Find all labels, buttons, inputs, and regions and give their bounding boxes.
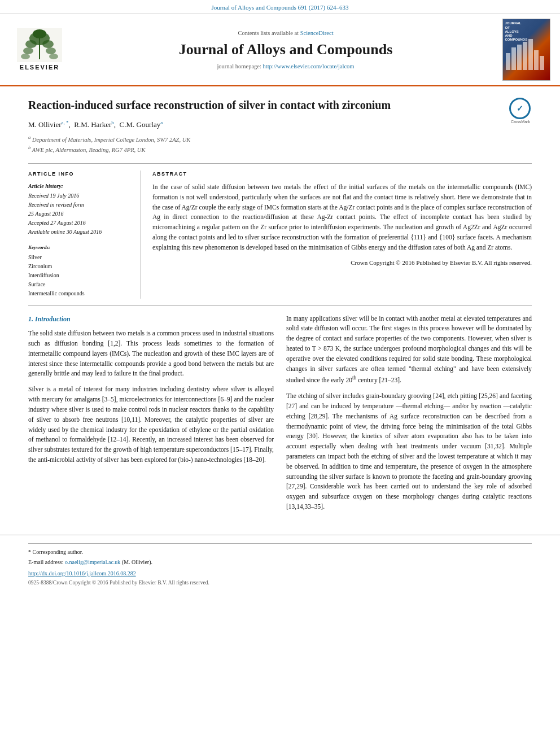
- keywords-section: Keywords: Silver Zirconium Interdiffusio…: [28, 244, 132, 298]
- affiliations: a Department of Materials, Imperial Coll…: [28, 134, 532, 155]
- received-revised-label: Received in revised form: [28, 201, 132, 209]
- header-logo-right: JOURNALOFALLOYSANDCOMPOUNDS: [498, 19, 554, 81]
- corresponding-author-note: * Corresponding author.: [28, 548, 532, 556]
- svg-rect-13: [517, 45, 522, 70]
- footer-issn: 0925-8388/Crown Copyright © 2016 Publish…: [28, 579, 532, 587]
- homepage-link[interactable]: http://www.elsevier.com/locate/jalcom: [263, 63, 355, 69]
- accepted-date: Accepted 27 August 2016: [28, 219, 132, 227]
- svg-point-7: [46, 47, 56, 54]
- journal-citation: Journal of Alloys and Compounds 691 (201…: [212, 4, 349, 11]
- header-section: ELSEVIER Contents lists available at Sci…: [0, 14, 560, 86]
- svg-rect-16: [534, 50, 539, 70]
- svg-point-3: [33, 29, 46, 38]
- elsevier-logo: ELSEVIER: [6, 28, 73, 72]
- intro-heading: 1. Introduction: [28, 314, 274, 325]
- elsevier-text: ELSEVIER: [20, 63, 59, 72]
- keyword-3: Interdiffusion: [28, 272, 132, 279]
- top-journal-bar: Journal of Alloys and Compounds 691 (201…: [0, 0, 560, 14]
- author-1-sup: a, *: [62, 120, 69, 125]
- author-email[interactable]: o.naelig@imperial.ac.uk: [65, 559, 120, 565]
- svg-rect-15: [528, 39, 533, 70]
- abstract-heading: ABSTRACT: [152, 171, 532, 178]
- intro-para-2: Silver is a metal of interest for many i…: [28, 385, 274, 465]
- svg-rect-12: [511, 47, 516, 70]
- svg-point-8: [21, 54, 30, 59]
- abstract-column: ABSTRACT In the case of solid state diff…: [152, 171, 532, 298]
- body-left-column: 1. Introduction The solid state diffusio…: [28, 314, 274, 518]
- body-right-column: In many applications silver will be in c…: [286, 314, 532, 518]
- section-divider: [28, 305, 532, 306]
- email-note: E-mail address: o.naelig@imperial.ac.uk …: [28, 558, 532, 566]
- svg-point-6: [23, 47, 33, 54]
- article-content: ✓ CrossMark Reaction-induced surface rec…: [0, 86, 560, 528]
- article-info-column: ARTICLE INFO Article history: Received 1…: [28, 171, 141, 298]
- authors-line: M. Olliviera, *, R.M. Harkerb, C.M. Gour…: [28, 119, 532, 130]
- sciencedirect-link[interactable]: ScienceDirect: [300, 30, 334, 36]
- journal-homepage: journal homepage: http://www.elsevier.co…: [73, 63, 498, 71]
- received-date: Received 19 July 2016: [28, 192, 132, 200]
- intro-para-3: In many applications silver will be in c…: [286, 314, 532, 386]
- author-3-sup: a: [160, 120, 163, 125]
- svg-point-9: [49, 54, 58, 59]
- elsevier-tree-icon: [17, 28, 62, 62]
- svg-point-4: [25, 40, 37, 48]
- keyword-1: Silver: [28, 254, 132, 261]
- svg-rect-14: [523, 42, 527, 70]
- available-online: Available online 30 August 2016: [28, 228, 132, 236]
- contents-list: Contents lists available at ScienceDirec…: [73, 29, 498, 38]
- received-revised-date: 25 August 2016: [28, 210, 132, 218]
- keyword-5: Intermetallic compounds: [28, 290, 132, 298]
- svg-point-5: [42, 40, 54, 48]
- journal-cover-text: JOURNALOFALLOYSANDCOMPOUNDS: [505, 21, 528, 42]
- article-history-label: Article history:: [28, 182, 132, 190]
- header-logo-left: ELSEVIER: [6, 28, 73, 72]
- intro-para-1: The solid state diffusion between two me…: [28, 329, 274, 379]
- copyright-line: Crown Copyright © 2016 Published by Else…: [152, 259, 532, 267]
- header-center: Contents lists available at ScienceDirec…: [73, 29, 498, 71]
- crossmark-badge: ✓ CrossMark: [509, 98, 532, 120]
- keywords-label: Keywords:: [28, 244, 132, 251]
- svg-rect-17: [540, 56, 544, 70]
- journal-title-main: Journal of Alloys and Compounds: [73, 40, 498, 60]
- page-wrapper: Journal of Alloys and Compounds 691 (201…: [0, 0, 560, 592]
- author-2-sup: b: [111, 120, 114, 125]
- author-2: R.M. Harker: [74, 121, 111, 129]
- article-info-heading: ARTICLE INFO: [28, 171, 132, 178]
- crossmark-icon: ✓: [509, 98, 531, 119]
- email-person: (M. Ollivier).: [122, 559, 152, 565]
- keyword-2: Zirconium: [28, 263, 132, 270]
- svg-rect-11: [506, 53, 510, 70]
- affiliation-b: b AWE plc, Aldermaston, Reading, RG7 4PR…: [28, 144, 532, 154]
- article-title: Reaction-induced surface reconstruction …: [28, 98, 423, 112]
- intro-para-4: The etching of silver includes grain-bou…: [286, 391, 532, 512]
- title-area: ✓ CrossMark Reaction-induced surface rec…: [28, 98, 532, 112]
- body-columns: 1. Introduction The solid state diffusio…: [28, 314, 532, 518]
- author-3: C.M. Gourlay: [120, 121, 161, 129]
- doi-link[interactable]: http://dx.doi.org/10.1016/j.jallcom.2016…: [28, 570, 532, 578]
- author-1: M. Ollivier: [28, 121, 62, 129]
- keyword-4: Surface: [28, 281, 132, 289]
- info-abstract-section: ARTICLE INFO Article history: Received 1…: [28, 163, 532, 298]
- journal-cover-image: JOURNALOFALLOYSANDCOMPOUNDS: [502, 19, 550, 81]
- abstract-text: In the case of solid state diffusion bet…: [152, 182, 532, 253]
- affiliation-a: a Department of Materials, Imperial Coll…: [28, 134, 532, 144]
- article-footer: * Corresponding author. E-mail address: …: [0, 535, 560, 592]
